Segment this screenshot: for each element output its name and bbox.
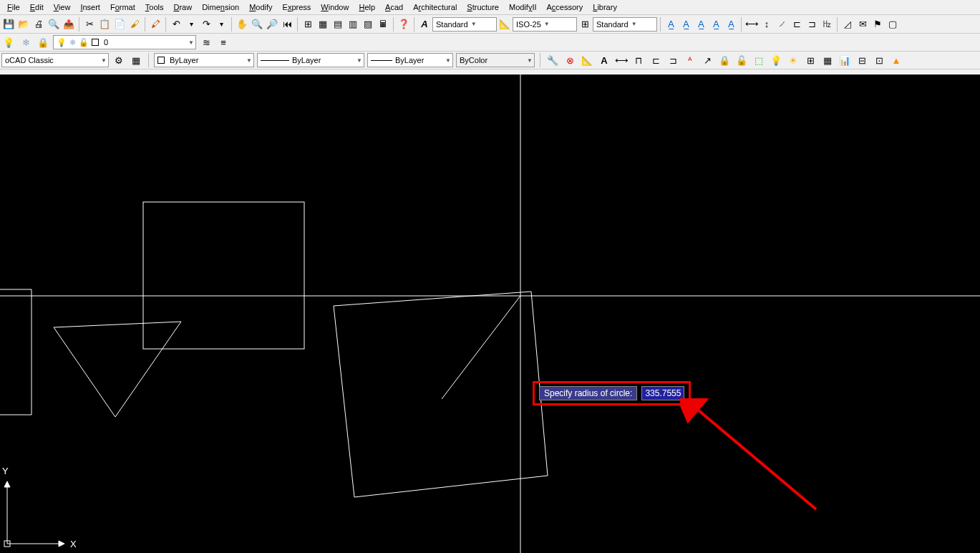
properties-icon[interactable]: ⊞ [301,17,315,32]
redo-icon[interactable]: ↷ [199,17,213,32]
unlock-icon[interactable]: 🔓 [734,53,749,67]
redo-arrow-icon[interactable]: ▾ [214,17,228,32]
dim-aligned-icon[interactable]: A̲ [679,17,693,32]
menu-modify[interactable]: Modify [245,1,276,13]
menu-structure[interactable]: Structure [462,1,503,13]
save-icon[interactable]: 💾 [1,17,16,32]
tool-m-icon[interactable]: 📊 [838,53,852,67]
dim-linear-icon[interactable]: A̲ [664,17,678,32]
menu-insert[interactable]: Insert [76,1,105,13]
text-style-icon[interactable]: A [417,17,432,32]
table-style-dropdown[interactable]: Standard ▼ [593,17,657,32]
tool-b-icon[interactable]: ⊗ [563,53,577,67]
zoom-prev-icon[interactable]: ⏮ [280,17,294,32]
undo-icon[interactable]: ↶ [169,17,183,32]
freeze-icon[interactable]: ❄ [19,35,33,49]
zoom-rt-icon[interactable]: 🔍 [250,17,264,32]
dim-text-icon[interactable]: ㎐ [820,17,834,32]
cut-icon[interactable]: ✂ [82,17,97,32]
brush-icon[interactable]: 🖍 [148,17,162,32]
menu-window[interactable]: Window [316,1,353,13]
dim-ord-icon[interactable]: A̲ [709,17,723,32]
print-icon[interactable]: 🖨 [31,17,46,32]
bulb-icon[interactable]: 💡 [1,35,16,49]
workspace-dropdown[interactable]: oCAD Classic ▼ [1,53,109,67]
layer-states-icon[interactable]: ≡ [216,35,231,49]
menu-view[interactable]: View [49,1,75,13]
drawing-area[interactable]: X Y Specify radius of circle: 335.7555 [0,74,980,553]
preview-icon[interactable]: 🔍 [47,17,61,32]
plotstyle-dropdown[interactable]: ByColor ▼ [456,53,535,67]
publish-icon[interactable]: 📤 [62,17,76,32]
dim-style-icon[interactable]: 📐 [498,17,512,32]
pan-icon[interactable]: ✋ [235,17,249,32]
dim-1-icon[interactable]: ⟷ [744,17,759,32]
dim-5-icon[interactable]: ⊐ [805,17,819,32]
tool-d-icon[interactable]: A [597,53,611,67]
undo-arrow-icon[interactable]: ▾ [184,17,198,32]
tool-k-icon[interactable]: ⊞ [803,53,818,67]
menu-draw[interactable]: Draw [169,1,196,13]
tool-a-icon[interactable]: 🔧 [545,53,560,67]
cube-icon[interactable]: ⬚ [752,53,766,67]
menu-file[interactable]: File [3,1,24,13]
dim-3-icon[interactable]: ⟋ [775,17,789,32]
tool-e-icon[interactable]: ⟷ [614,53,629,67]
menu-accessory[interactable]: Accessory [543,1,588,13]
layer-manager-icon[interactable]: ≋ [199,35,213,49]
menu-architectural[interactable]: Architectural [409,1,461,13]
tool-l-icon[interactable]: ▦ [820,53,835,67]
menu-help[interactable]: Help [354,1,379,13]
tool-h-icon[interactable]: ⊐ [666,53,680,67]
dim-2-icon[interactable]: ↕ [760,17,774,32]
dynamic-value-input[interactable]: 335.7555 [641,386,684,400]
help-icon[interactable]: ❓ [397,17,411,32]
menu-format[interactable]: Format [106,1,140,13]
ws-icon[interactable]: ▦ [129,53,143,67]
angle-icon[interactable]: ◿ [840,17,855,32]
paste-icon[interactable]: 📄 [112,17,127,32]
box-icon[interactable]: ▢ [886,17,900,32]
tool-palette-icon[interactable]: ▤ [331,17,345,32]
mail-icon[interactable]: ✉ [855,17,870,32]
design-center-icon[interactable]: ▦ [316,17,330,32]
linetype-dropdown[interactable]: ByLayer ▼ [257,53,364,67]
layer-dropdown[interactable]: 💡❄🔓 0 ▼ [53,35,196,49]
tool-g-icon[interactable]: ⊏ [649,53,663,67]
text-style-dropdown[interactable]: Standard ▼ [432,17,497,32]
gear-icon[interactable]: ⚙ [112,53,126,67]
menu-tools[interactable]: Tools [141,1,168,13]
flag-icon[interactable]: ⚑ [870,17,885,32]
sheet-set-icon[interactable]: ▥ [346,17,360,32]
dim-4-icon[interactable]: ⊏ [790,17,804,32]
calc-icon[interactable]: 🖩 [376,17,390,32]
menu-modify2[interactable]: ModifyII [505,1,541,13]
tool-o-icon[interactable]: ⊡ [872,53,886,67]
match-icon[interactable]: 🖌 [127,17,142,32]
lock2-icon[interactable]: 🔒 [717,53,732,67]
menu-library[interactable]: Library [588,1,621,13]
dim-style-dropdown[interactable]: ISO-25 ▼ [513,17,577,32]
menu-express[interactable]: Express [278,1,316,13]
menu-acad[interactable]: Acad [381,1,407,13]
open-icon[interactable]: 📂 [16,17,31,32]
table-style-icon[interactable]: ⊞ [578,17,592,32]
tool-f-icon[interactable]: ⊓ [631,53,646,67]
menu-edit[interactable]: Edit [26,1,48,13]
markup-icon[interactable]: ▨ [361,17,375,32]
sun-icon[interactable]: ☀ [786,53,800,67]
zoom-window-icon[interactable]: 🔎 [265,17,279,32]
color-dropdown[interactable]: ByLayer ▼ [154,53,254,67]
menu-dimension[interactable]: Dimension [198,1,243,13]
lock-icon[interactable]: 🔒 [36,35,50,49]
lineweight-dropdown[interactable]: ByLayer ▼ [367,53,453,67]
tool-n-icon[interactable]: ⊟ [855,53,869,67]
tool-c-icon[interactable]: 📐 [580,53,594,67]
copy-icon[interactable]: 📋 [97,17,112,32]
tool-i-icon[interactable]: ᴬ [683,53,697,67]
dim-radius-icon[interactable]: A̲ [724,17,738,32]
dim-arc-icon[interactable]: A̲ [694,17,708,32]
cone-icon[interactable]: ▲ [889,53,903,67]
tool-j-icon[interactable]: ↗ [700,53,714,67]
bulb2-icon[interactable]: 💡 [769,53,783,67]
